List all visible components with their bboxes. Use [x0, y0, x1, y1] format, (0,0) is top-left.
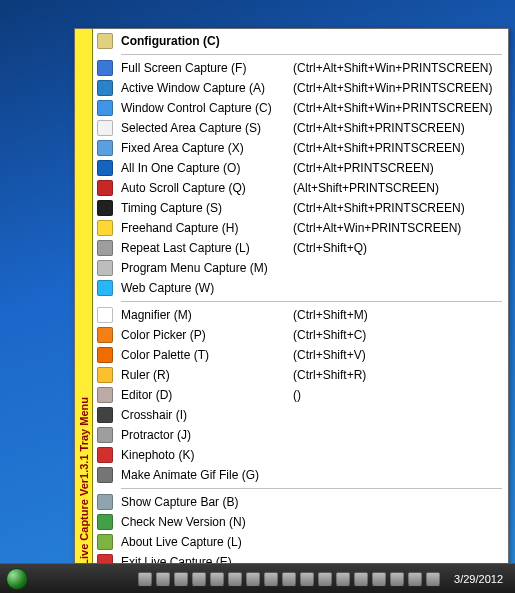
- menu-item[interactable]: Selected Area Capture (S)(Ctrl+Alt+Shift…: [93, 118, 508, 138]
- menu-item-icon: [97, 307, 113, 323]
- menu-item[interactable]: Ruler (R)(Ctrl+Shift+R): [93, 365, 508, 385]
- tray-icon[interactable]: [300, 572, 314, 586]
- tray-icon[interactable]: [156, 572, 170, 586]
- menu-item-label: Timing Capture (S): [121, 201, 293, 215]
- menu-item-icon: [97, 220, 113, 236]
- menu-body: Configuration (C)Full Screen Capture (F)…: [93, 29, 508, 574]
- menu-item-shortcut: (): [293, 388, 301, 402]
- menu-item[interactable]: Program Menu Capture (M): [93, 258, 508, 278]
- menu-item-label: Window Control Capture (C): [121, 101, 293, 115]
- menu-separator: [121, 54, 502, 55]
- menu-item-shortcut: (Ctrl+Alt+PRINTSCREEN): [293, 161, 434, 175]
- tray-icon[interactable]: [174, 572, 188, 586]
- tray-icon[interactable]: [264, 572, 278, 586]
- tray-icon[interactable]: [210, 572, 224, 586]
- menu-item[interactable]: Active Window Capture (A)(Ctrl+Alt+Shift…: [93, 78, 508, 98]
- menu-item[interactable]: Show Capture Bar (B): [93, 492, 508, 512]
- menu-item-icon: [97, 260, 113, 276]
- menu-item-label: Fixed Area Capture (X): [121, 141, 293, 155]
- menu-item-label: Selected Area Capture (S): [121, 121, 293, 135]
- tray-icon[interactable]: [336, 572, 350, 586]
- menu-item[interactable]: Repeat Last Capture (L)(Ctrl+Shift+Q): [93, 238, 508, 258]
- tray-icon[interactable]: [354, 572, 368, 586]
- start-button[interactable]: [0, 564, 34, 594]
- menu-item[interactable]: Auto Scroll Capture (Q)(Alt+Shift+PRINTS…: [93, 178, 508, 198]
- menu-item-shortcut: (Ctrl+Alt+Shift+PRINTSCREEN): [293, 141, 465, 155]
- menu-item[interactable]: Magnifier (M)(Ctrl+Shift+M): [93, 305, 508, 325]
- menu-item[interactable]: About Live Capture (L): [93, 532, 508, 552]
- menu-item-icon: [97, 347, 113, 363]
- menu-item-shortcut: (Ctrl+Alt+Shift+PRINTSCREEN): [293, 201, 465, 215]
- tray-icon[interactable]: [372, 572, 386, 586]
- menu-item[interactable]: Timing Capture (S)(Ctrl+Alt+Shift+PRINTS…: [93, 198, 508, 218]
- menu-item[interactable]: Configuration (C): [93, 31, 508, 51]
- menu-item[interactable]: Freehand Capture (H)(Ctrl+Alt+Win+PRINTS…: [93, 218, 508, 238]
- menu-item[interactable]: Check New Version (N): [93, 512, 508, 532]
- menu-item-label: Magnifier (M): [121, 308, 293, 322]
- menu-item[interactable]: Color Picker (P)(Ctrl+Shift+C): [93, 325, 508, 345]
- menu-item-label: Kinephoto (K): [121, 448, 293, 462]
- tray-icon[interactable]: [246, 572, 260, 586]
- menu-item[interactable]: Fixed Area Capture (X)(Ctrl+Alt+Shift+PR…: [93, 138, 508, 158]
- menu-item-label: Crosshair (I): [121, 408, 293, 422]
- menu-item[interactable]: Kinephoto (K): [93, 445, 508, 465]
- menu-separator: [121, 301, 502, 302]
- tray-icon[interactable]: [318, 572, 332, 586]
- menu-item-label: Auto Scroll Capture (Q): [121, 181, 293, 195]
- taskbar-clock[interactable]: 3/29/2012: [444, 572, 509, 586]
- menu-item[interactable]: Editor (D)(): [93, 385, 508, 405]
- menu-item[interactable]: Protractor (J): [93, 425, 508, 445]
- menu-item[interactable]: Color Palette (T)(Ctrl+Shift+V): [93, 345, 508, 365]
- menu-item[interactable]: Full Screen Capture (F)(Ctrl+Alt+Shift+W…: [93, 58, 508, 78]
- menu-item-icon: [97, 467, 113, 483]
- menu-item-icon: [97, 427, 113, 443]
- system-tray: 3/29/2012: [138, 572, 515, 586]
- menu-item-label: About Live Capture (L): [121, 535, 293, 549]
- menu-item[interactable]: Crosshair (I): [93, 405, 508, 425]
- menu-item-icon: [97, 407, 113, 423]
- tray-icon[interactable]: [390, 572, 404, 586]
- menu-item-shortcut: (Ctrl+Shift+R): [293, 368, 366, 382]
- menu-item-icon: [97, 80, 113, 96]
- menu-title-strip: Live Capture Ver1.3.1 Tray Menu: [75, 29, 93, 574]
- menu-item[interactable]: Web Capture (W): [93, 278, 508, 298]
- tray-icon[interactable]: [282, 572, 296, 586]
- menu-item-icon: [97, 387, 113, 403]
- menu-item-label: Configuration (C): [121, 34, 293, 48]
- menu-item-shortcut: (Ctrl+Shift+C): [293, 328, 366, 342]
- menu-item-icon: [97, 367, 113, 383]
- menu-item-icon: [97, 160, 113, 176]
- menu-item-icon: [97, 120, 113, 136]
- menu-item-shortcut: (Ctrl+Alt+Shift+Win+PRINTSCREEN): [293, 101, 492, 115]
- menu-item-label: Editor (D): [121, 388, 293, 402]
- menu-item-label: Ruler (R): [121, 368, 293, 382]
- menu-item-label: Full Screen Capture (F): [121, 61, 293, 75]
- tray-icon[interactable]: [192, 572, 206, 586]
- menu-item-label: Show Capture Bar (B): [121, 495, 293, 509]
- menu-item-icon: [97, 60, 113, 76]
- menu-item-icon: [97, 240, 113, 256]
- menu-item-label: Color Picker (P): [121, 328, 293, 342]
- menu-item-icon: [97, 494, 113, 510]
- tray-icon[interactable]: [228, 572, 242, 586]
- menu-item-icon: [97, 33, 113, 49]
- menu-item-icon: [97, 447, 113, 463]
- menu-item-label: Web Capture (W): [121, 281, 293, 295]
- menu-item-shortcut: (Ctrl+Shift+V): [293, 348, 366, 362]
- menu-item-icon: [97, 180, 113, 196]
- context-menu: Live Capture Ver1.3.1 Tray Menu Configur…: [74, 28, 509, 575]
- menu-item-icon: [97, 200, 113, 216]
- menu-item[interactable]: All In One Capture (O)(Ctrl+Alt+PRINTSCR…: [93, 158, 508, 178]
- menu-item-shortcut: (Ctrl+Alt+Shift+Win+PRINTSCREEN): [293, 81, 492, 95]
- menu-item-icon: [97, 514, 113, 530]
- menu-item[interactable]: Window Control Capture (C)(Ctrl+Alt+Shif…: [93, 98, 508, 118]
- menu-item-label: Freehand Capture (H): [121, 221, 293, 235]
- menu-item-shortcut: (Ctrl+Alt+Win+PRINTSCREEN): [293, 221, 461, 235]
- tray-icon[interactable]: [426, 572, 440, 586]
- tray-icon[interactable]: [138, 572, 152, 586]
- menu-item-shortcut: (Ctrl+Alt+Shift+PRINTSCREEN): [293, 121, 465, 135]
- menu-item[interactable]: Make Animate Gif File (G): [93, 465, 508, 485]
- taskbar: 3/29/2012: [0, 563, 515, 593]
- menu-title-text: Live Capture Ver1.3.1 Tray Menu: [78, 397, 90, 566]
- tray-icon[interactable]: [408, 572, 422, 586]
